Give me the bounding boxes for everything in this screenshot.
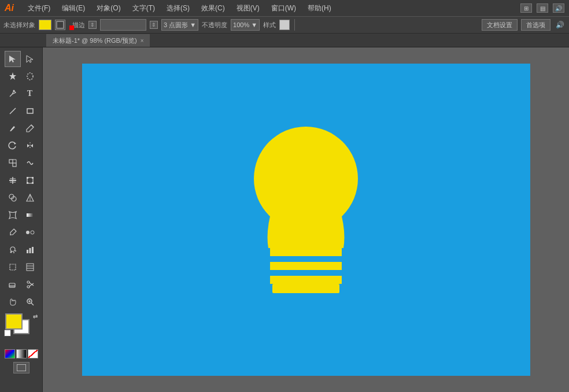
tool-row-mesh [5,207,38,223]
workspace-icon[interactable]: ⊞ [520,3,532,13]
line-tool[interactable] [5,103,21,119]
svg-rect-3 [27,109,33,113]
svg-rect-52 [270,262,342,270]
tool-row-symbol [5,242,38,258]
menu-select[interactable]: 选择(S) [164,2,192,14]
svg-point-25 [31,231,34,234]
direct-selection-tool[interactable] [22,51,38,67]
document-tab[interactable]: 未标题-1* @ 98% (RGB/预览) × [46,34,150,47]
menu-file[interactable]: 文件(F) [25,2,53,14]
scissors-tool[interactable] [22,276,38,293]
svg-rect-33 [10,264,16,270]
toolbar-speaker-icon[interactable]: 🔊 [554,19,566,31]
view-mode-row [13,362,29,373]
left-toolbar: T [0,47,43,392]
symbol-sprayer-tool[interactable] [5,242,21,258]
stroke-style-dropdown[interactable]: 3 点圆形 ▼ [161,19,198,31]
stroke-swatch[interactable] [55,20,65,30]
stroke-value-input[interactable] [100,19,146,31]
paintbrush-tool[interactable] [5,120,21,136]
selection-label: 未选择对象 [3,21,35,29]
menu-object[interactable]: 对象(O) [94,2,123,14]
rotate-tool[interactable] [5,138,21,154]
shape-builder-tool[interactable] [5,190,21,206]
screen-mode-btn[interactable] [13,362,29,373]
opacity-dropdown[interactable]: 100% ▼ [231,19,260,31]
color-area: ⇄ [3,313,40,347]
menu-view[interactable]: 视图(V) [234,2,262,14]
rectangle-tool[interactable] [22,103,38,119]
svg-rect-23 [27,213,34,217]
canvas-area[interactable] [43,47,569,392]
svg-point-28 [13,252,14,253]
tool-row-pen: T [5,86,38,102]
tool-row-hand [5,294,38,310]
width-tool[interactable] [5,172,21,188]
mesh-tool[interactable] [5,207,21,223]
menu-edit[interactable]: 编辑(E) [60,2,87,14]
tab-close-btn[interactable]: × [141,38,144,44]
toolbar-right: 文档设置 首选项 🔊 [482,19,566,31]
svg-rect-7 [13,163,16,167]
tool-row-line [5,103,38,119]
svg-point-40 [27,281,29,283]
svg-rect-18 [32,182,34,184]
lightbulb-graphic [248,115,364,325]
svg-rect-32 [32,247,34,253]
slice-tool[interactable] [22,259,38,275]
toolbar-sep1 [294,19,295,31]
pencil-tool[interactable] [22,120,38,136]
doc-settings-btn[interactable]: 文档设置 [482,19,518,31]
svg-rect-17 [27,182,28,184]
style-swatch[interactable] [279,20,290,30]
color-mode-btn[interactable] [5,349,15,358]
selection-tool[interactable] [5,51,21,67]
stroke-arrows[interactable]: ⇕ [88,21,97,29]
svg-point-39 [27,286,29,288]
svg-rect-6 [9,160,13,163]
free-transform-tool[interactable] [22,172,38,188]
magic-wand-tool[interactable] [5,68,21,84]
gradient-tool[interactable] [22,207,38,223]
menu-window[interactable]: 窗口(W) [269,2,298,14]
svg-point-24 [26,231,29,234]
text-tool[interactable]: T [22,86,38,102]
eraser-tool[interactable] [5,276,21,293]
svg-point-0 [27,73,33,80]
preferences-btn[interactable]: 首选项 [521,19,550,31]
svg-line-41 [29,283,34,286]
pen-tool[interactable] [5,86,21,102]
svg-point-29 [15,250,16,252]
graph-tool[interactable] [22,242,38,258]
reset-colors-icon[interactable] [4,330,11,336]
gradient-mode-btn[interactable] [16,349,27,358]
hand-tool[interactable] [5,294,21,310]
fill-swatch[interactable] [39,20,51,30]
menu-help[interactable]: 帮助(H) [305,2,334,14]
menu-effect[interactable]: 效果(C) [199,2,227,14]
zoom-tool[interactable] [22,294,38,310]
scale-tool[interactable] [5,155,21,171]
svg-rect-16 [32,177,34,179]
svg-rect-51 [270,248,342,256]
stroke-width-arrows[interactable]: ⇕ [150,21,158,29]
menu-text[interactable]: 文字(T) [130,2,157,14]
svg-rect-31 [29,248,31,253]
warp-tool[interactable] [22,155,38,171]
artboard-tool[interactable] [5,259,21,275]
svg-point-26 [10,247,15,252]
swap-colors-icon[interactable]: ⇄ [33,313,38,320]
foreground-color-swatch[interactable] [5,313,23,330]
none-mode-btn[interactable] [28,349,38,358]
svg-line-42 [29,283,34,286]
svg-point-1 [13,90,14,92]
arrange-icon[interactable]: ▤ [537,3,548,13]
reflect-tool[interactable] [22,138,38,154]
lasso-tool[interactable] [22,68,38,84]
tool-row-brush [5,120,38,136]
perspective-grid-tool[interactable] [22,190,38,206]
eyedropper-tool[interactable] [5,224,21,241]
tool-row-rotate [5,138,38,154]
speaker-icon[interactable]: 🔊 [553,3,564,13]
blend-tool[interactable] [22,224,38,241]
